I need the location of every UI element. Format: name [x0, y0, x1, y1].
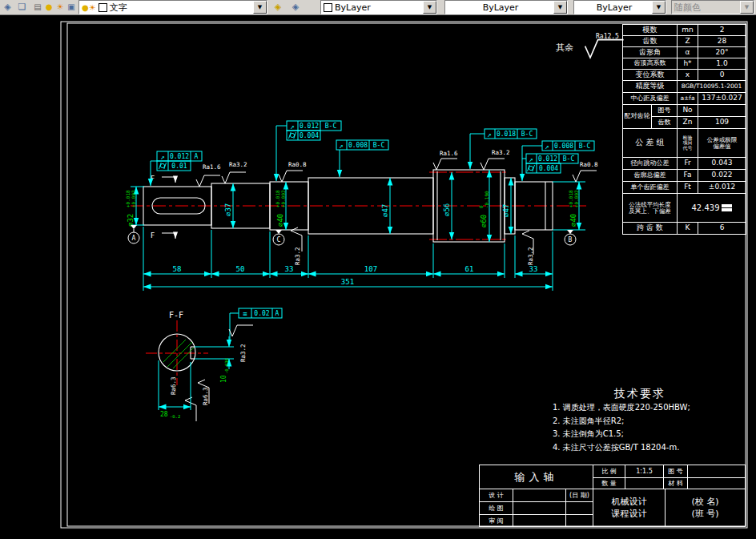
- param-symbol: K: [678, 223, 698, 235]
- chevron-down-icon[interactable]: ▼: [553, 1, 567, 14]
- roughness-label: Ra3.2: [294, 247, 301, 265]
- svg-text:⌀40: ⌀40: [569, 214, 577, 227]
- color-swatch-icon: [324, 3, 332, 12]
- linetype-combo[interactable]: ByLayer ▼: [444, 0, 568, 14]
- svg-text:⌀47: ⌀47: [502, 204, 510, 217]
- new-layer-icon[interactable]: ▤: [32, 0, 43, 13]
- dia-32-label: ⌀32 +0.018 +0.002: [125, 190, 136, 227]
- fcf-value: 0.008: [348, 142, 368, 149]
- part-name: 输入轴: [479, 465, 593, 489]
- svg-text:+0.002: +0.002: [573, 190, 579, 207]
- roughness-icon: [196, 175, 220, 187]
- org-name: 机械设计课程设计: [593, 489, 666, 527]
- param-sublabel: 图号: [652, 105, 678, 117]
- param-symbol: a±fa: [678, 93, 698, 105]
- review-value: [513, 514, 566, 527]
- param-label: 齿顶高系数: [623, 58, 678, 70]
- param-value: 42.439: [678, 194, 746, 223]
- gear-parameter-table: 模数 mn 2 齿数 Z 28 齿形角 α 20° 齿顶高系数 h* 1.0 变…: [622, 24, 746, 235]
- svg-text:0: 0: [478, 205, 484, 208]
- fcf-datum-ref: B-C: [521, 131, 533, 138]
- section-view-title: F-F: [169, 311, 183, 320]
- param-value: 109: [698, 117, 746, 129]
- param-value: 0.043: [698, 158, 746, 170]
- roughness-label: Ra6.3: [202, 387, 209, 405]
- svg-text:⌀60: ⌀60: [480, 215, 488, 227]
- fcf-value: 0.018: [497, 131, 516, 138]
- param-label: 公法线平均长度 及其上、下偏差: [623, 194, 678, 223]
- bulb-icon[interactable]: ●: [43, 0, 54, 13]
- color-value: ByLayer: [332, 2, 423, 13]
- svg-text:28: 28: [160, 411, 168, 418]
- review-label: 审 阅: [479, 514, 513, 527]
- color-combo[interactable]: ByLayer ▼: [320, 0, 437, 14]
- layer-on-icon: ●: [82, 3, 89, 12]
- material-value: [687, 477, 746, 489]
- param-label: 配对齿轮: [623, 105, 652, 129]
- chevron-down-icon: ▼: [740, 1, 754, 14]
- param-value: 2: [698, 25, 746, 36]
- cylindricity-icon: [159, 163, 167, 169]
- datums: [128, 225, 576, 245]
- svg-text:⌀40: ⌀40: [276, 214, 284, 227]
- layer-properties-icon[interactable]: ◈: [1, 0, 14, 13]
- datum-b-label: B: [569, 236, 573, 243]
- roughness-label: Ra3.2: [527, 247, 534, 265]
- chevron-down-icon[interactable]: ▼: [652, 1, 666, 14]
- chevron-down-icon[interactable]: ▼: [253, 1, 267, 14]
- param-label: 齿廓总偏差: [623, 170, 678, 182]
- fcf-value: 0.012: [170, 153, 189, 160]
- fcf-datum-ref: B-C: [579, 143, 591, 150]
- svg-text:-0.2: -0.2: [170, 414, 180, 419]
- param-symbol: h*: [678, 58, 698, 70]
- linetype-value: ByLayer: [445, 2, 553, 13]
- drawing-no-value: [687, 465, 746, 478]
- tech-req-item: 3. 未注倒角为C1.5;: [553, 428, 727, 441]
- roughness-label: Ra1.6: [203, 163, 221, 171]
- svg-text:⌀32: ⌀32: [127, 214, 135, 227]
- param-value: 0.022: [698, 170, 746, 182]
- dia-37-label: ⌀37: [224, 203, 232, 216]
- section-mark-bottom: F: [151, 231, 155, 239]
- layer-previous-icon[interactable]: ◈: [288, 0, 304, 13]
- date-label: (日 期): [565, 489, 593, 502]
- plot-style-value: 随颜色: [672, 2, 740, 14]
- scale-value: 1:1.5: [625, 465, 664, 478]
- dia-60-label: ⌀60 0 -0.190: [478, 191, 489, 227]
- circular-runout-icon: ↗: [160, 153, 164, 161]
- svg-text:-0.036: -0.036: [224, 358, 229, 374]
- cad-application: { "toolbar": { "layer_value": "文字", "col…: [0, 0, 756, 539]
- chevron-down-icon[interactable]: ▼: [423, 1, 436, 14]
- layer-manager-icon[interactable]: ❏: [15, 0, 29, 13]
- make-layer-current-icon[interactable]: ◈: [270, 0, 286, 13]
- param-symbol: Fr: [678, 158, 698, 170]
- param-value: 6: [698, 223, 746, 235]
- tech-req-item: 2. 未注圆角半径R2;: [553, 415, 727, 428]
- circular-runout-icon: ↗: [487, 131, 491, 139]
- param-value: 0: [698, 70, 746, 81]
- lock-icon[interactable]: ▣: [66, 0, 77, 13]
- param-value: 137±0.027: [698, 93, 746, 105]
- param-value: 1.0: [698, 58, 746, 70]
- section-view: F-F 10 -0.036 28 -0.2: [159, 311, 234, 419]
- tech-req-item: 1. 调质处理，表面硬度220-250HBW;: [553, 401, 727, 415]
- param-label: 中心距及偏差: [623, 93, 678, 105]
- param-symbol: 检验 项目 代号: [678, 129, 698, 158]
- sun-icon[interactable]: ☀: [54, 0, 66, 13]
- param-label: 公 差 组: [623, 129, 678, 158]
- school-name: (校 名)(班 号): [665, 489, 746, 527]
- param-value: 28: [698, 36, 746, 47]
- param-label: 齿形角: [623, 47, 678, 58]
- roughness-symbols: [185, 40, 624, 421]
- tech-req-item: 4. 未注尺寸公差按GB/T 18204-m.: [553, 441, 727, 455]
- layer-combo[interactable]: ● ☀ 文字 ▼: [78, 0, 267, 14]
- fcf-value: 0.012: [538, 155, 557, 163]
- drawing-no-label: 图 号: [663, 465, 688, 478]
- dimension-lines: [131, 126, 585, 344]
- fcf-datum-ref: A: [195, 153, 199, 160]
- section-cut-marks: F F: [151, 175, 175, 239]
- dia-40-left-label: ⌀40 +0.018 +0.002: [275, 190, 286, 227]
- fcf-value: 0.01: [171, 163, 187, 170]
- layer-color-swatch: [99, 3, 107, 12]
- lineweight-combo[interactable]: ByLayer ▼: [573, 0, 666, 14]
